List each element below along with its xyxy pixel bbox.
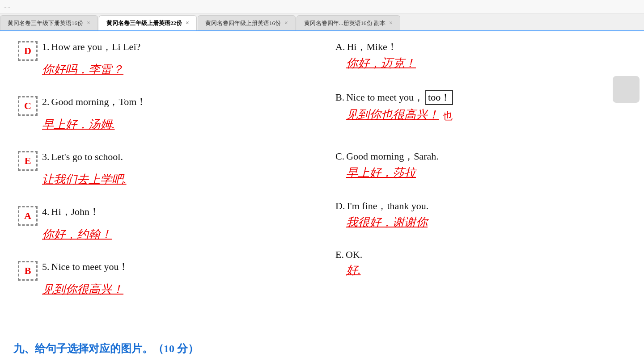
answer-a-chinese: 你好，迈克！ bbox=[346, 55, 626, 71]
tab-bar: 黄冈名卷三年级下册英语16份 × 黄冈名卷三年级上册英语22份 × 黄冈名卷四年… bbox=[0, 13, 644, 31]
tab-3-close[interactable]: × bbox=[284, 20, 288, 27]
right-column: A. Hi，Mike！ 你好，迈克！ B. Nice to meet you， … bbox=[326, 40, 626, 351]
bottom-section-label: 九、给句子选择对应的图片。（10 分） bbox=[13, 341, 199, 356]
tab-3[interactable]: 黄冈名卷四年级上册英语16份 × bbox=[198, 15, 296, 30]
answer-e-label: E. bbox=[335, 249, 344, 260]
answer-d-chinese: 我很好，谢谢你 bbox=[346, 215, 626, 230]
q4-annotation: 你好，约翰！ bbox=[42, 227, 309, 242]
answer-a-label: A. bbox=[335, 41, 345, 52]
q1-number: 1. bbox=[42, 41, 50, 52]
q1-annotation: 你好吗，李雷？ bbox=[42, 62, 309, 77]
q2-annotation: 早上好，汤姆. bbox=[42, 117, 309, 132]
q2-number: 2. bbox=[42, 96, 50, 107]
tab-1-label: 黄冈名卷三年级下册英语16份 bbox=[8, 19, 83, 27]
q2-answer-letter: C bbox=[24, 100, 31, 112]
answer-d-annotation: 我很好，谢谢你 bbox=[335, 215, 626, 230]
q5-number: 5. bbox=[42, 261, 50, 272]
answer-b-row: B. Nice to meet you， too！ bbox=[335, 90, 626, 105]
answer-e-text: OK. bbox=[346, 249, 362, 260]
answer-a: A. Hi，Mike！ 你好，迈克！ bbox=[335, 40, 626, 71]
q5-annotation: 见到你很高兴！ bbox=[42, 282, 309, 297]
answer-d: D. I'm fine，thank you. 我很好，谢谢你 bbox=[335, 199, 626, 230]
q4-text-block: 4. Hi，John！ bbox=[42, 205, 99, 219]
q3-number: 3. bbox=[42, 151, 50, 162]
q3-text-block: 3. Let's go to school. bbox=[42, 150, 123, 164]
tab-2-close[interactable]: × bbox=[186, 20, 189, 27]
question-5: B 5. Nice to meet you！ 见到你很高兴！ bbox=[18, 260, 309, 297]
q5-answer-letter: B bbox=[25, 265, 31, 277]
tab-4-label: 黄冈名卷四年...册英语16份 副本 bbox=[304, 19, 386, 27]
q2-chinese: 早上好，汤姆. bbox=[42, 117, 309, 132]
tab-4-close[interactable]: × bbox=[389, 20, 393, 27]
q4-chinese: 你好，约翰！ bbox=[42, 227, 309, 242]
q3-annotation: 让我们去上学吧. bbox=[42, 172, 309, 187]
question-3: E 3. Let's go to school. 让我们去上学吧. bbox=[18, 150, 309, 187]
q1-text-block: 1. How are you，Li Lei? bbox=[42, 40, 140, 54]
main-content: D 1. How are you，Li Lei? 你好吗，李雷？ C 2. Go… bbox=[0, 31, 644, 360]
q1-row: D 1. How are you，Li Lei? bbox=[18, 40, 309, 61]
answer-e-row: E. OK. bbox=[335, 249, 626, 261]
question-2: C 2. Good morning，Tom！ 早上好，汤姆. bbox=[18, 95, 309, 132]
q1-answer-letter: D bbox=[24, 45, 31, 57]
tab-1[interactable]: 黄冈名卷三年级下册英语16份 × bbox=[0, 15, 98, 30]
answer-e: E. OK. 好. bbox=[335, 249, 626, 278]
answer-c-text: Good morning，Sarah. bbox=[346, 151, 439, 162]
q3-answer-letter: E bbox=[25, 155, 31, 167]
answer-d-row: D. I'm fine，thank you. bbox=[335, 199, 626, 213]
left-column: D 1. How are you，Li Lei? 你好吗，李雷？ C 2. Go… bbox=[18, 40, 326, 351]
answer-a-row: A. Hi，Mike！ bbox=[335, 40, 626, 54]
answer-e-annotation: 好. bbox=[335, 262, 626, 278]
q4-answer-box: A bbox=[18, 206, 38, 226]
browser-top-bar: ..... bbox=[0, 0, 644, 13]
answer-b-label: B. bbox=[335, 92, 344, 103]
tab-4[interactable]: 黄冈名卷四年...册英语16份 副本 × bbox=[297, 15, 400, 30]
annotation-extra: 也 bbox=[443, 109, 453, 123]
q2-row: C 2. Good morning，Tom！ bbox=[18, 95, 309, 116]
q5-text-block: 5. Nice to meet you！ bbox=[42, 260, 128, 274]
answer-b-annotation-row: 见到你也很高兴！ 也 bbox=[335, 105, 626, 123]
answer-c: C. Good morning，Sarah. 早上好，莎拉 bbox=[335, 150, 626, 181]
tab-3-label: 黄冈名卷四年级上册英语16份 bbox=[205, 19, 281, 27]
q5-english: Nice to meet you！ bbox=[51, 261, 129, 272]
scroll-button[interactable] bbox=[613, 76, 640, 103]
answer-b-chinese: 见到你也很高兴！ bbox=[346, 107, 439, 122]
tab-2[interactable]: 黄冈名卷三年级上册英语22份 × bbox=[99, 15, 197, 30]
answer-e-chinese: 好. bbox=[346, 262, 626, 278]
q5-answer-box: B bbox=[18, 261, 38, 281]
q5-chinese: 见到你很高兴！ bbox=[42, 282, 309, 297]
q4-answer-letter: A bbox=[24, 210, 31, 222]
q2-english: Good morning，Tom！ bbox=[51, 96, 147, 107]
answer-d-text: I'm fine，thank you. bbox=[347, 200, 428, 211]
answer-c-chinese: 早上好，莎拉 bbox=[346, 165, 626, 181]
q3-row: E 3. Let's go to school. bbox=[18, 150, 309, 171]
q1-english: How are you，Li Lei? bbox=[51, 41, 141, 52]
answer-a-annotation: 你好，迈克！ bbox=[335, 55, 626, 71]
q1-chinese: 你好吗，李雷？ bbox=[42, 62, 309, 77]
tab-1-close[interactable]: × bbox=[87, 20, 90, 27]
question-1: D 1. How are you，Li Lei? 你好吗，李雷？ bbox=[18, 40, 309, 77]
q2-answer-box: C bbox=[18, 96, 38, 116]
answer-c-annotation: 早上好，莎拉 bbox=[335, 165, 626, 181]
q3-english: Let's go to school. bbox=[51, 151, 123, 162]
answer-a-text: Hi，Mike！ bbox=[347, 41, 397, 52]
q2-text-block: 2. Good morning，Tom！ bbox=[42, 95, 146, 109]
answer-c-row: C. Good morning，Sarah. bbox=[335, 150, 626, 163]
question-4: A 4. Hi，John！ 你好，约翰！ bbox=[18, 205, 309, 242]
answer-b-too: too！ bbox=[425, 90, 453, 105]
q3-answer-box: E bbox=[18, 151, 38, 171]
q5-row: B 5. Nice to meet you！ bbox=[18, 260, 309, 281]
answer-d-label: D. bbox=[335, 200, 345, 211]
answer-c-label: C. bbox=[335, 151, 344, 162]
q4-number: 4. bbox=[42, 206, 50, 217]
q4-english: Hi，John！ bbox=[51, 206, 100, 217]
browser-dots: ..... bbox=[4, 3, 10, 10]
answer-b: B. Nice to meet you， too！ 见到你也很高兴！ 也 bbox=[335, 90, 626, 123]
tab-2-label: 黄冈名卷三年级上册英语22份 bbox=[106, 19, 182, 27]
q1-answer-box: D bbox=[18, 41, 38, 61]
q4-row: A 4. Hi，John！ bbox=[18, 205, 309, 226]
q3-chinese: 让我们去上学吧. bbox=[42, 172, 309, 187]
answer-b-text: Nice to meet you， bbox=[346, 92, 424, 103]
